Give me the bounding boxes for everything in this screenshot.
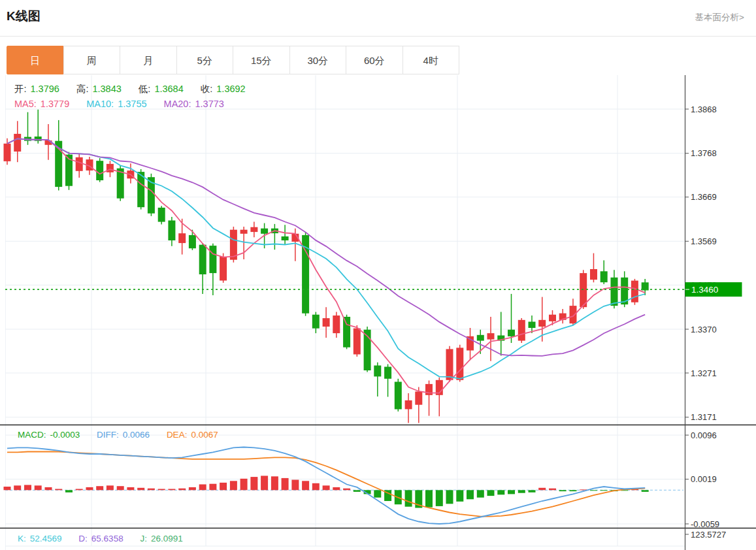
- k-value: 52.4569: [30, 534, 62, 543]
- j-label: J:: [140, 534, 147, 543]
- open-label: 开:: [14, 84, 27, 94]
- ma20-value: 1.3773: [195, 99, 223, 109]
- ohlc-readout: 开:1.3796 高:1.3843 低:1.3684 收:1.3692: [14, 83, 250, 95]
- d-value: 65.6358: [91, 534, 123, 543]
- svg-text:1.3569: 1.3569: [691, 236, 717, 246]
- close-value: 1.3692: [216, 84, 245, 94]
- low-value: 1.3684: [154, 84, 183, 94]
- kdj-readout: K:52.4569 D:65.6358 J:26.0991: [18, 534, 187, 543]
- svg-text:123.5727: 123.5727: [691, 530, 726, 540]
- d-label: D:: [78, 534, 88, 543]
- grid-layer: [5, 75, 685, 550]
- svg-text:1.3271: 1.3271: [691, 368, 717, 378]
- open-value: 1.3796: [31, 84, 59, 94]
- diff-line: [7, 447, 645, 525]
- macd-readout: MACD:-0.0003 DIFF:0.0066 DEA:0.0067: [18, 430, 222, 440]
- close-label: 收:: [201, 84, 213, 94]
- ma10-value: 1.3755: [118, 99, 146, 109]
- svg-text:1.3768: 1.3768: [691, 148, 717, 158]
- high-label: 高:: [76, 84, 89, 94]
- svg-text:0.0019: 0.0019: [691, 474, 717, 484]
- macd-label: MACD:: [18, 430, 46, 440]
- diff-label: DIFF:: [97, 430, 119, 440]
- macd-value: -0.0003: [50, 430, 80, 440]
- ma-readout: MA5:1.3779 MA10:1.3755 MA20:1.3773: [14, 99, 228, 109]
- kdj-axis: 123.5727: [685, 530, 726, 540]
- dea-value: 0.0067: [191, 430, 218, 440]
- svg-text:1.3868: 1.3868: [691, 105, 717, 114]
- svg-text:1.3370: 1.3370: [691, 325, 717, 334]
- kline-page: K线图 基本面分析> 日 周 月 5分 15分 30分 60分 4时 1.386…: [0, 0, 756, 550]
- diff-value: 0.0066: [123, 430, 150, 440]
- ma10-label: MA10:: [86, 99, 114, 109]
- high-value: 1.3843: [92, 84, 121, 94]
- price-axis: 1.38681.37681.36691.35691.34701.33701.32…: [685, 105, 717, 423]
- macd-axis: 0.00960.0019-0.0059: [685, 430, 719, 529]
- ma5-value: 1.3779: [41, 99, 69, 109]
- svg-text:1.3669: 1.3669: [691, 192, 717, 202]
- k-label: K:: [18, 534, 26, 543]
- low-label: 低:: [139, 84, 151, 94]
- svg-text:-0.0059: -0.0059: [691, 519, 719, 529]
- svg-text:1.3460: 1.3460: [691, 285, 718, 295]
- ma5-label: MA5:: [14, 99, 37, 109]
- svg-text:0.0096: 0.0096: [691, 430, 717, 440]
- svg-text:1.3171: 1.3171: [691, 412, 717, 422]
- j-value: 26.0991: [151, 534, 183, 543]
- dea-label: DEA:: [167, 430, 188, 440]
- macd-histogram: [4, 476, 649, 508]
- current-price-badge: 1.3460: [685, 282, 742, 297]
- dea-line: [7, 452, 645, 517]
- pane-frame: [0, 75, 756, 550]
- ma20-label: MA20:: [164, 99, 191, 109]
